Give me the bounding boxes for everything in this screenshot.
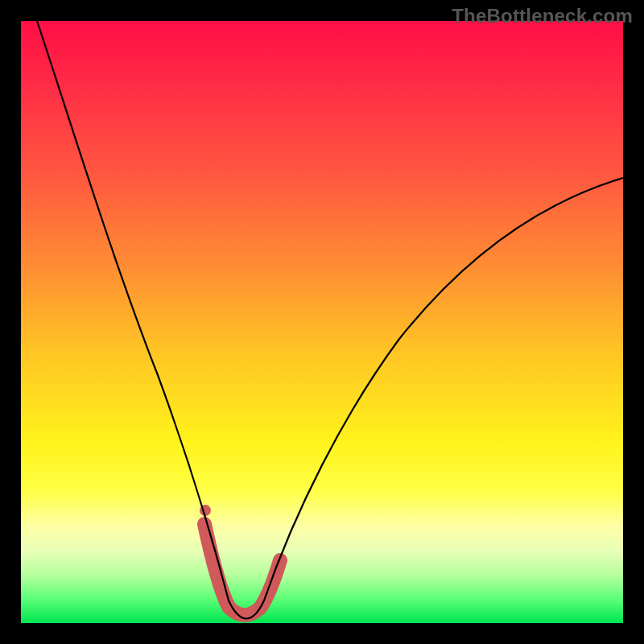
plot-area <box>21 21 623 623</box>
curve-svg <box>21 21 623 623</box>
watermark-text: TheBottleneck.com <box>452 5 633 27</box>
bottleneck-curve <box>37 21 623 619</box>
chart-frame: TheBottleneck.com <box>0 0 644 644</box>
curve-highlight <box>204 524 280 615</box>
